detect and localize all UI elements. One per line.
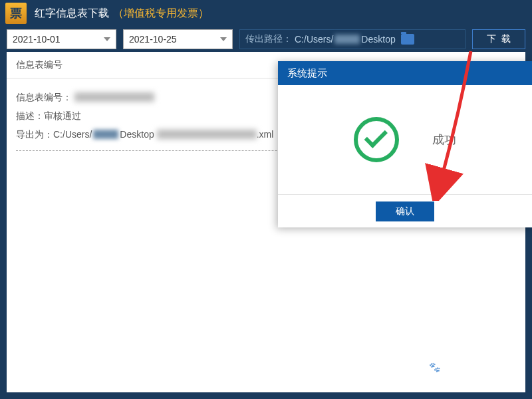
column-header-id: 信息表编号 [16, 59, 63, 71]
page-title: 红字信息表下载 [35, 7, 109, 21]
folder-icon[interactable] [401, 34, 414, 45]
dialog-message: 成功 [432, 132, 456, 148]
success-check-icon [354, 117, 399, 162]
path-label: 传出路径： [245, 33, 292, 45]
dialog-title: 系统提示 [278, 61, 532, 85]
watermark-brand: Baid [444, 356, 481, 377]
export-path-field[interactable]: 传出路径： C:/Users/ Desktop [239, 29, 466, 49]
row-label: 描述： [16, 106, 44, 125]
watermark-url: jingyan.baidu.com [429, 380, 520, 390]
app-header: 票 红字信息表下载 （增值税专用发票） [0, 0, 532, 27]
watermark: 🐾 Baid 经验 jingyan.baidu.com [429, 355, 520, 390]
chevron-down-icon [220, 37, 227, 41]
path-value-suffix: Desktop [361, 34, 395, 45]
redacted-text [157, 130, 257, 139]
app-logo-icon: 票 [5, 3, 27, 24]
confirm-button[interactable]: 确认 [376, 201, 434, 221]
row-value-prefix: C:/Users/ [53, 125, 92, 144]
date-to-value: 2021-10-25 [129, 34, 177, 45]
dialog-footer: 确认 [278, 194, 532, 227]
date-from-select[interactable]: 2021-10-01 [7, 29, 116, 49]
row-value: 审核通过 [44, 106, 81, 125]
redacted-text [93, 130, 118, 139]
row-label: 信息表编号： [16, 88, 72, 106]
date-from-value: 2021-10-01 [13, 34, 61, 45]
toolbar: 2021-10-01 2021-10-25 传出路径： C:/Users/ De… [0, 27, 532, 52]
redacted-text [334, 35, 360, 44]
page-subtitle: （增值税专用发票） [113, 7, 209, 21]
download-button[interactable]: 下载 [472, 29, 525, 49]
redacted-text [74, 92, 154, 102]
row-value-ext: .xml [257, 125, 274, 144]
chevron-down-icon [104, 37, 110, 41]
path-value-prefix: C:/Users/ [295, 34, 333, 45]
system-prompt-dialog: 系统提示 成功 确认 [278, 61, 532, 227]
paw-icon: 🐾 [429, 362, 440, 372]
row-label: 导出为： [16, 125, 53, 144]
watermark-brand2: 经验 [485, 355, 520, 378]
dialog-body: 成功 [278, 85, 532, 194]
row-value-mid: Desktop [120, 125, 154, 144]
date-to-select[interactable]: 2021-10-25 [123, 29, 233, 49]
